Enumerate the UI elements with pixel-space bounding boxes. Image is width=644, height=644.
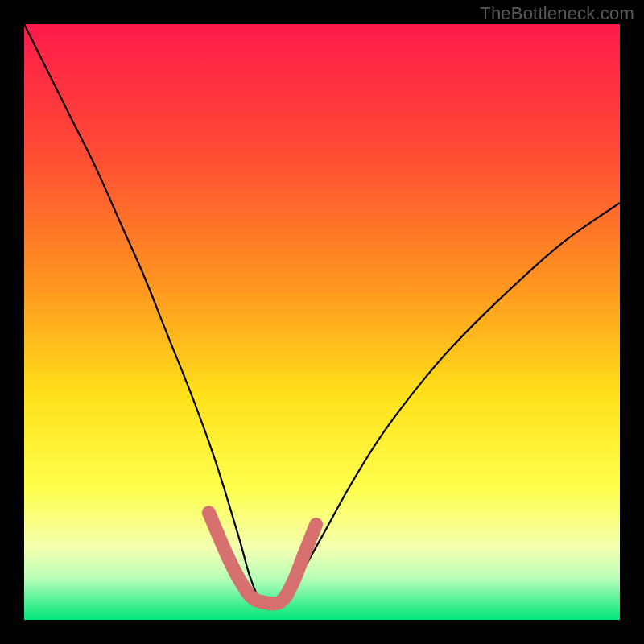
bottleneck-plot — [24, 24, 620, 620]
gradient-background — [24, 24, 620, 620]
chart-frame: TheBottleneck.com — [0, 0, 644, 644]
plot-svg — [24, 24, 620, 620]
watermark-text: TheBottleneck.com — [480, 3, 634, 24]
